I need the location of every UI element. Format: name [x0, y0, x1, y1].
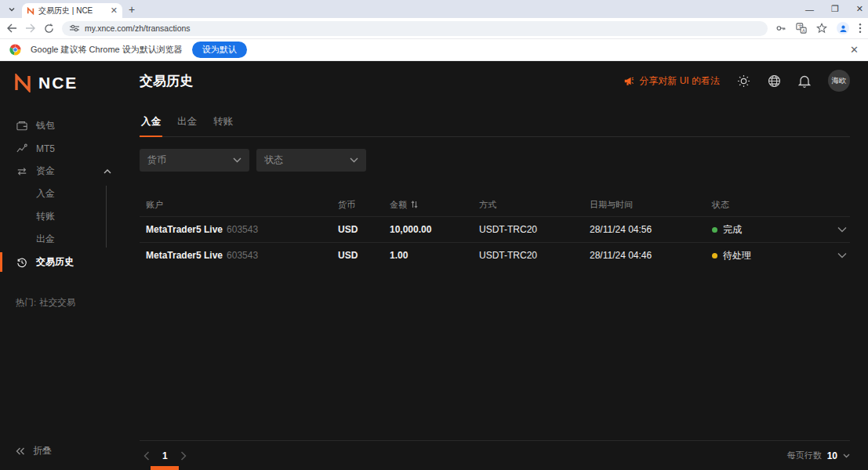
notifications-bell-icon[interactable]: [798, 74, 811, 88]
nce-logo[interactable]: NCE: [0, 61, 133, 103]
tab-withdraw[interactable]: 出金: [176, 110, 198, 136]
chevron-down-icon: [843, 454, 850, 458]
tab-transfer[interactable]: 转账: [212, 110, 234, 136]
table-footer: 1 每页行数 10: [140, 440, 850, 470]
sidebar-item-transfer[interactable]: 转账: [0, 205, 133, 228]
new-tab-icon[interactable]: +: [129, 3, 135, 16]
status-dot: [712, 253, 717, 258]
chevron-down-icon: [350, 157, 358, 163]
filters: 货币 状态: [140, 149, 850, 172]
col-status: 状态: [712, 199, 825, 211]
row-expand-chevron-icon[interactable]: [837, 252, 847, 258]
status-cell: 待处理: [712, 249, 825, 262]
browser-profile-icon[interactable]: [837, 22, 849, 34]
page-indicator-bar: [151, 466, 179, 470]
back-icon[interactable]: [6, 24, 17, 33]
sidebar-item-label: 出金: [36, 233, 55, 246]
sidebar: NCE 钱包 MT5: [0, 61, 133, 470]
browser-menu-icon[interactable]: [859, 23, 862, 34]
chrome-logo-icon: [9, 44, 21, 56]
logo-text: NCE: [38, 74, 78, 92]
browser-tabstrip: 交易历史 | NCE ✕ + — ❐ ✕: [0, 0, 868, 18]
forward-icon[interactable]: [25, 24, 36, 33]
sidebar-item-wallet[interactable]: 钱包: [0, 114, 133, 137]
status-cell: 完成: [712, 223, 825, 237]
datetime-cell: 28/11/24 04:56: [590, 224, 712, 235]
url-text: my.xnce.com/zh/transactions: [85, 24, 191, 33]
url-bar[interactable]: my.xnce.com/zh/transactions: [62, 21, 768, 36]
sidebar-collapse-button[interactable]: 折叠: [0, 444, 133, 470]
set-default-button[interactable]: 设为默认: [192, 42, 247, 58]
rows-per-page-select[interactable]: 每页行数 10: [787, 450, 850, 461]
bookmark-star-icon[interactable]: [816, 23, 827, 34]
method-cell: USDT-TRC20: [479, 224, 590, 235]
wallet-icon: [16, 121, 27, 131]
feedback-label: 分享对新 UI 的看法: [639, 74, 720, 88]
table-row[interactable]: MetaTrader5 Live603543 USD 10,000.00 USD…: [140, 216, 850, 242]
pagination: 1: [143, 450, 187, 461]
svg-text:A: A: [802, 28, 805, 33]
status-filter-select[interactable]: 状态: [256, 149, 366, 172]
window-restore-icon[interactable]: ❐: [831, 4, 839, 14]
currency-filter-select[interactable]: 货币: [140, 149, 249, 172]
sort-icon: [411, 201, 418, 208]
sidebar-item-label: 交易历史: [36, 255, 74, 269]
sidebar-item-deposit[interactable]: 入金: [0, 183, 133, 205]
col-account: 账户: [146, 199, 338, 211]
sidebar-item-mt5[interactable]: MT5: [0, 137, 133, 160]
double-chevron-left-icon: [16, 447, 25, 455]
language-globe-icon[interactable]: [768, 74, 781, 88]
account-cell: MetaTrader5 Live603543: [146, 224, 338, 235]
page-header: 交易历史 分享对新 UI 的看法: [140, 61, 850, 100]
translate-icon[interactable]: 文 A: [796, 23, 807, 34]
method-cell: USDT-TRC20: [479, 250, 590, 261]
browser-tab[interactable]: 交易历史 | NCE ✕: [22, 3, 122, 18]
status-dot: [712, 227, 717, 233]
window-close-icon[interactable]: ✕: [856, 4, 863, 14]
sidebar-item-history[interactable]: 交易历史: [0, 251, 133, 273]
feedback-link[interactable]: 分享对新 UI 的看法: [623, 74, 720, 88]
sidebar-item-label: 钱包: [36, 119, 55, 132]
infobar-message: Google 建议将 Chrome 设为默认浏览器: [31, 44, 183, 56]
password-key-icon[interactable]: [775, 23, 786, 34]
app-root: NCE 钱包 MT5: [0, 61, 868, 470]
mt5-chart-icon: [16, 143, 27, 154]
datetime-cell: 28/11/24 04:46: [590, 250, 712, 261]
account-cell: MetaTrader5 Live603543: [146, 250, 338, 261]
table-row[interactable]: MetaTrader5 Live603543 USD 1.00 USDT-TRC…: [140, 242, 850, 268]
history-icon: [16, 257, 27, 268]
row-expand-chevron-icon[interactable]: [837, 226, 847, 233]
infobar-close-icon[interactable]: ✕: [850, 44, 859, 56]
currency-cell: USD: [338, 224, 390, 235]
window-minimize-icon[interactable]: —: [805, 5, 814, 14]
col-amount[interactable]: 金额: [390, 199, 479, 211]
default-browser-infobar: Google 建议将 Chrome 设为默认浏览器 设为默认 ✕: [0, 38, 868, 61]
hot-label: 热门:: [16, 297, 36, 309]
site-settings-icon[interactable]: [70, 24, 79, 32]
current-page[interactable]: 1: [162, 450, 168, 461]
tab-search-icon[interactable]: [6, 4, 17, 15]
sidebar-item-label: 转账: [36, 210, 55, 223]
transaction-tabs: 入金 出金 转账: [140, 110, 850, 137]
site-favicon: [27, 7, 35, 15]
sidebar-nav: 钱包 MT5 资金: [0, 114, 133, 273]
amount-cell: 10,000.00: [390, 224, 479, 235]
hot-link[interactable]: 社交交易: [39, 297, 75, 309]
sidebar-item-funds[interactable]: 资金: [0, 160, 133, 183]
sidebar-item-withdraw[interactable]: 出金: [0, 228, 133, 251]
megaphone-icon: [623, 76, 634, 86]
tab-deposit[interactable]: 入金: [140, 110, 162, 136]
prev-page-icon[interactable]: [143, 451, 150, 461]
rows-per-page-label: 每页行数: [787, 450, 822, 461]
hot-social-trading: 热门: 社交交易: [0, 297, 133, 309]
user-avatar[interactable]: 海欧: [828, 70, 850, 92]
tab-title: 交易历史 | NCE: [38, 5, 107, 16]
chevron-down-icon: [233, 157, 242, 163]
tab-close-icon[interactable]: ✕: [111, 6, 118, 15]
theme-sun-icon[interactable]: [737, 74, 750, 88]
page-title: 交易历史: [140, 72, 193, 90]
rows-per-page-value: 10: [827, 450, 837, 461]
next-page-icon[interactable]: [180, 451, 187, 461]
reload-icon[interactable]: [44, 24, 54, 34]
collapse-label: 折叠: [33, 444, 52, 457]
